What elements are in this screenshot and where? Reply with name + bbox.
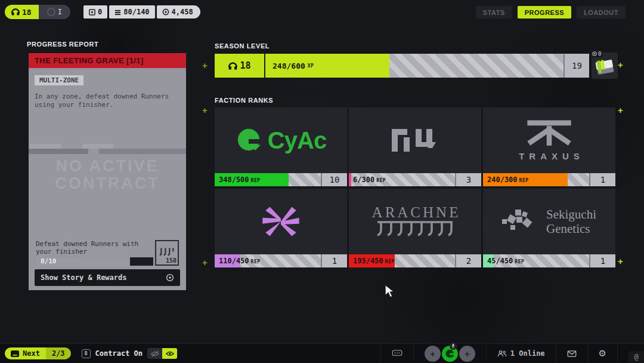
nu-logo [349,107,481,173]
party-slots: + + [414,344,486,363]
coin-icon [592,51,597,56]
ammo-value: 80/140 [123,8,149,16]
chat-icon [392,350,402,357]
player-level: 18 [22,8,32,17]
coin-badge[interactable]: 4,458 [157,5,200,19]
plus-marker: + [618,105,623,115]
mail-button[interactable] [556,344,587,363]
faction-grid: CyAc 348/500REP 10 6/300REP 3 [215,107,615,267]
mouse-cursor [384,284,396,299]
next-level-box: 19 [564,54,589,78]
cash-value: 0 [98,8,102,16]
tab-progress[interactable]: PROGRESS [518,6,571,19]
next-count: 2/3 [46,347,71,359]
top-bar: 18 I 0 80/140 4,458 STATS PROGRESS LOADO… [0,0,644,24]
traxus-rep-bar: 240/300REP [483,173,589,186]
sekiguchi-logo: Sekiguchi Genetics [483,189,615,254]
contract-description: In any zone, defeat downed Runners using… [35,93,177,109]
next-button[interactable]: Next 2/3 [5,347,71,359]
season-level-bar: 18 248/600XP 19 [215,54,589,78]
contract-key-icon: B [82,349,91,358]
invite-slot-button[interactable]: + [425,346,441,362]
slot-circle-icon [47,8,55,16]
nu-rep-bar: 6/300REP [349,173,455,186]
corner-at-button[interactable]: @ [628,351,644,363]
eye-icon[interactable] [162,348,177,359]
ammo-badge[interactable]: 80/140 [109,5,154,19]
slot-label: I [58,8,62,16]
tab-stats[interactable]: STATS [476,6,512,19]
player-level-pill[interactable]: 18 I [5,5,70,19]
season-level-title: SEASON LEVEL [215,42,270,50]
faction-tile-cyac[interactable]: CyAc 348/500REP 10 [215,107,347,186]
plus-marker: + [202,257,208,267]
contract-card: MULTI-ZONE In any zone, defeat downed Ru… [29,68,186,290]
faction-tile-nu[interactable]: 6/300REP 3 [349,107,481,186]
xp-label: 248/600XP [273,54,314,78]
x-faction-mark-icon [262,205,299,238]
traxus-rank: 1 [589,173,615,186]
contract-banner: THE FLEETING GRAVE [1/1] [29,53,186,68]
cyac-rank: 10 [321,173,347,186]
coin-value: 4,458 [172,8,193,16]
arachne-rank: 2 [455,254,481,267]
x-faction-rank: 1 [321,254,347,267]
nu-rep-fill [349,173,351,186]
zone-tag: MULTI-ZONE [35,75,83,85]
season-reward-tile[interactable]: 0 [592,53,618,79]
show-story-button[interactable]: Show Story & Rewards [35,269,180,286]
tab-loadout[interactable]: LOADOUT [577,6,626,19]
faction-tile-arachne[interactable]: ARACHNE 195/450REP 2 [349,189,481,267]
arachne-rep-bar: 195/450REP [349,254,455,267]
chat-button[interactable] [381,344,413,363]
coin-icon [162,8,169,16]
settings-button[interactable]: ⚙ [588,344,617,363]
faction-tile-x[interactable]: 110/450REP 1 [215,189,347,267]
season-reward-badge: 0 [590,50,603,57]
headset-icon [11,7,20,17]
contract-visibility-toggle[interactable] [147,348,177,359]
plus-marker: + [618,256,623,266]
nu-rank: 3 [455,173,481,186]
glitch-bar [82,144,113,149]
people-icon [497,350,507,357]
cyac-helmet-icon [236,127,263,154]
arachne-legs-icon [376,221,454,239]
no-active-contract-watermark: NO ACTIVE CONTRACT [29,158,186,192]
faction-tile-sekiguchi[interactable]: Sekiguchi Genetics 45/450REP 1 [483,189,615,267]
faction-tile-traxus[interactable]: TRAXUS 240/300REP 1 [483,107,615,186]
plus-marker: + [618,60,623,70]
plus-marker: + [202,60,208,70]
show-story-label: Show Story & Rewards [41,273,127,282]
glitch-bar [99,149,186,154]
current-level-box: 18 [215,54,265,78]
eye-slash-icon[interactable] [147,348,162,359]
currency-badges: 0 80/140 4,458 [83,5,200,19]
x-faction-logo [215,189,347,254]
reward-box: 150 [155,240,179,266]
glitch-bar [29,149,88,154]
player-avatar[interactable] [442,346,458,362]
glitch-bar [30,144,61,149]
bottom-bar-right: + + 1 Online ⚙ ? [380,344,644,363]
xp-track: 248/600XP [265,54,564,78]
invite-slot-button[interactable]: + [459,346,475,362]
headset-icon [228,61,238,71]
sekiguchi-mark-icon [502,210,539,233]
traxus-logo: TRAXUS [483,107,615,173]
cash-badge[interactable]: 0 [83,5,107,19]
x-faction-rep-bar: 110/450REP [215,254,321,267]
contract-toggle-label: Contract On [95,349,143,358]
online-status[interactable]: 1 Online [487,344,556,363]
sekiguchi-rank: 1 [589,254,615,267]
current-level: 18 [240,60,250,71]
contract-toggle-group: B Contract On [82,348,177,359]
faction-ranks-title: FACTION RANKS [215,97,273,104]
bottom-bar: Next 2/3 B Contract On + [0,343,644,363]
sekiguchi-rep-bar: 45/450REP [483,254,589,267]
objective-progress-label: 8/10 [41,257,57,266]
envelope-icon [567,350,577,357]
cyac-logo: CyAc [215,107,347,173]
arachne-logo: ARACHNE [349,189,481,254]
objective-progress-bar: 8/10 [36,257,153,266]
